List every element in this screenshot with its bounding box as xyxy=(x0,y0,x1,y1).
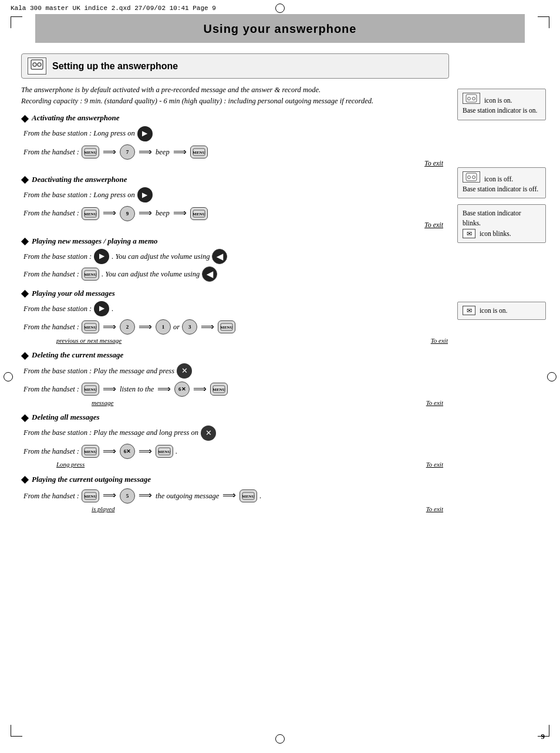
delete-current-handset-row: From the handset : MENU ⟹ listen to the … xyxy=(23,381,449,398)
key-5-btn[interactable]: 5 xyxy=(120,488,135,504)
to-exit-2: To exit xyxy=(21,221,449,229)
play-new-base-row: From the base station : ▶ . You can adju… xyxy=(23,249,449,264)
handset-exit-1[interactable]: MENU xyxy=(190,146,208,158)
delete-current-base-row: From the base station : Play the message… xyxy=(23,363,449,379)
bottom-reg-circle xyxy=(275,734,285,744)
key-7-btn[interactable]: 7 xyxy=(120,144,135,160)
activating-handset-row: From the handset : MENU ⟹ 7 ⟹ beep ⟹ MEN… xyxy=(23,144,449,161)
handset-exit-2[interactable]: MENU xyxy=(190,207,208,220)
svg-text:MENU: MENU xyxy=(84,150,96,155)
corner-mark-tl xyxy=(11,16,22,28)
subsection-play-old-label: Playing your old messages xyxy=(32,289,115,298)
vol-btn-2[interactable]: ◀ xyxy=(202,266,217,282)
subsection-play-outgoing-label: Playing the current outgoing message xyxy=(32,475,151,484)
icon-on-detail: Base station indicator is on. xyxy=(463,106,541,116)
play-button-2[interactable]: ▶ xyxy=(137,187,153,202)
outgoing-labels: is played To exit xyxy=(21,505,449,512)
handset-exit-4[interactable]: MENU xyxy=(210,383,228,396)
subsection-play-new: ◆ Playing new messages / playing a memo xyxy=(21,235,449,247)
play-button-1[interactable]: ▶ xyxy=(137,126,153,141)
arrow-15: ⟹ xyxy=(103,487,116,504)
delete-all-handset-row: From the handset : MENU ⟹ 6✕ ⟹ MENU . xyxy=(23,443,449,460)
key-9-btn[interactable]: 9 xyxy=(120,206,135,221)
play-new-base-label: From the base station : xyxy=(23,250,92,264)
handset-exit-6[interactable]: MENU xyxy=(239,489,257,502)
svg-text:MENU: MENU xyxy=(84,494,96,499)
handset-icon-7[interactable]: MENU xyxy=(82,489,99,502)
subsection-activating-label: Activating the answerphone xyxy=(32,113,120,123)
sidebar-box-2: icon is off. Base station indicator is o… xyxy=(457,167,546,199)
deactivating-handset-row: From the handset : MENU ⟹ 9 ⟹ beep ⟹ MEN… xyxy=(23,205,449,222)
sidebar-box-2-content: icon is off. Base station indicator is o… xyxy=(463,171,541,195)
svg-text:MENU: MENU xyxy=(242,494,255,499)
key-6x-btn-2[interactable]: 6✕ xyxy=(120,444,135,459)
to-exit-label-2: To exit xyxy=(424,221,443,229)
sidebar-box-1-content: icon is on. Base station indicator is on… xyxy=(463,93,541,116)
handset-icon-1[interactable]: MENU xyxy=(82,146,99,158)
key-3-btn[interactable]: 3 xyxy=(182,319,197,335)
arrow-17: ⟹ xyxy=(222,487,236,504)
arrow-10: ⟹ xyxy=(103,381,116,398)
x-button-1[interactable]: ✕ xyxy=(177,363,192,379)
arrow-2: ⟹ xyxy=(139,144,152,161)
sidebar-box-3: Base station indicator blinks. ✉ icon bl… xyxy=(457,204,546,243)
subsection-delete-all-label: Deleting all messages xyxy=(32,413,100,422)
play-button-4[interactable]: ▶ xyxy=(94,301,109,316)
handset-icon-3[interactable]: MENU xyxy=(82,268,99,281)
to-exit-outgoing: To exit xyxy=(426,505,443,512)
play-new-handset-label: From the handset : xyxy=(23,268,79,281)
subsection-play-outgoing: ◆ Playing the current outgoing message xyxy=(21,474,449,485)
page-title: Using your answerphone xyxy=(204,22,357,35)
sidebar-box-4: ✉ icon is on. xyxy=(457,302,546,320)
handset-icon-6[interactable]: MENU xyxy=(82,445,99,458)
play-old-base-label: From the base station : xyxy=(23,302,92,316)
main-column: Setting up the answerphone The answerpho… xyxy=(21,53,455,514)
subsection-activating: ◆ Activating the answerphone xyxy=(21,113,449,124)
sidebar-box-3-content: Base station indicator blinks. ✉ icon bl… xyxy=(463,208,541,239)
play-new-handset-row: From the handset : MENU . You can adjust… xyxy=(23,266,449,282)
x-button-2[interactable]: ✕ xyxy=(201,426,216,441)
beep-text-1: beep xyxy=(156,146,170,159)
is-played-label: is played xyxy=(92,505,114,512)
handset-exit-3[interactable]: MENU xyxy=(218,320,235,333)
icon-on-text: icon is on. xyxy=(484,97,512,104)
corner-mark-tr xyxy=(538,16,549,28)
play-old-base-row: From the base station : ▶ . xyxy=(23,301,449,316)
key-1-btn[interactable]: 1 xyxy=(156,319,171,335)
delete-all-dot: . xyxy=(176,445,177,458)
subsection-deactivating: ◆ Deactivating the answerphone xyxy=(21,174,449,185)
section-title: Setting up the answerphone xyxy=(52,61,178,72)
handset-icon-4[interactable]: MENU xyxy=(82,320,99,333)
play-button-3[interactable]: ▶ xyxy=(94,249,109,264)
handset-exit-5[interactable]: MENU xyxy=(156,445,173,458)
key-6x-btn[interactable]: 6✕ xyxy=(174,381,190,397)
outgoing-text: the outgoing message xyxy=(156,489,219,503)
handset-icon-5[interactable]: MENU xyxy=(82,383,99,396)
side-column: icon is on. Base station indicator is on… xyxy=(455,53,546,514)
key-2-btn[interactable]: 2 xyxy=(120,319,135,335)
sidebar-box-1: icon is on. Base station indicator is on… xyxy=(457,89,546,120)
page: Kala 300 master UK indice 2.qxd 27/09/02… xyxy=(0,0,560,753)
diamond-bullet-7: ◆ xyxy=(21,474,28,485)
page-number: 9 xyxy=(541,732,545,741)
handset-icon-2[interactable]: MENU xyxy=(82,207,99,220)
delete-all-labels: Long press To exit xyxy=(21,461,449,468)
arrow-6: ⟹ xyxy=(173,205,187,222)
body-text: The answerphone is by default activated … xyxy=(21,85,449,107)
cassette-icon-off xyxy=(463,171,480,183)
sidebar-box-4-content: ✉ icon is on. xyxy=(463,306,541,316)
prev-next-label: previous or next message xyxy=(56,337,122,344)
vol-btn-1[interactable]: ◀ xyxy=(212,249,227,264)
subsection-play-new-label: Playing new messages / playing a memo xyxy=(32,237,158,246)
delete-current-labels: message To exit xyxy=(21,399,449,406)
arrow-1: ⟹ xyxy=(103,144,116,161)
svg-text:MENU: MENU xyxy=(193,212,205,217)
play-old-base-text: . xyxy=(112,302,113,316)
outgoing-dot: . xyxy=(259,489,261,503)
long-press-label: Long press xyxy=(56,461,85,468)
play-old-handset-label: From the handset : xyxy=(23,320,79,334)
to-exit-delete-current: To exit xyxy=(426,399,443,406)
bottom-reg xyxy=(275,734,285,746)
activating-base-row: From the base station : Long press on ▶ xyxy=(23,126,449,141)
diamond-bullet-4: ◆ xyxy=(21,288,28,299)
